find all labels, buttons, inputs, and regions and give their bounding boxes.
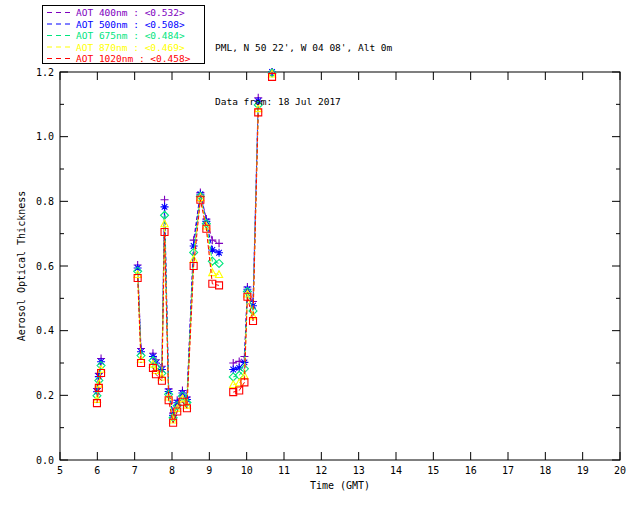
x-tick-label: 8: [169, 465, 175, 476]
line-aot-1020nm: [153, 200, 219, 423]
x-tick-label: 6: [94, 465, 100, 476]
y-tick-label: 1.2: [36, 67, 54, 78]
legend-label-aot-1020nm: AOT 1020nm : <0.458>: [76, 53, 191, 64]
plot-canvas: 5678910111213141516171819200.00.20.40.60…: [0, 0, 640, 512]
x-tick-label: 7: [132, 465, 138, 476]
x-tick-label: 11: [278, 465, 290, 476]
legend-label-aot-870nm: AOT 870nm : <0.469>: [76, 42, 185, 53]
x-tick-label: 18: [539, 465, 551, 476]
legend-label-aot-400nm: AOT 400nm : <0.532>: [76, 7, 185, 18]
station-info: PML, N 50 22', W 04 08', Alt 0m: [215, 39, 392, 57]
y-tick-label: 0.8: [36, 196, 54, 207]
y-tick-label: 0.6: [36, 261, 54, 272]
legend-label-aot-500nm: AOT 500nm : <0.508>: [76, 19, 185, 30]
y-axis-title: Aerosol Optical Thickness: [16, 191, 27, 342]
x-tick-label: 15: [427, 465, 439, 476]
x-tick-label: 14: [390, 465, 402, 476]
x-tick-label: 16: [465, 465, 477, 476]
x-tick-label: 5: [57, 465, 63, 476]
y-tick-label: 0.2: [36, 390, 54, 401]
y-tick-label: 0.4: [36, 325, 54, 336]
data-date: Data from: 18 Jul 2017: [215, 93, 392, 111]
line-aot-1020nm: [233, 112, 258, 392]
plot-header: PML, N 50 22', W 04 08', Alt 0m Data fro…: [215, 3, 392, 147]
y-tick-label: 0.0: [36, 455, 54, 466]
x-tick-label: 12: [315, 465, 327, 476]
x-tick-label: 19: [577, 465, 589, 476]
x-tick-label: 17: [502, 465, 514, 476]
x-tick-label: 9: [206, 465, 212, 476]
x-tick-label: 20: [614, 465, 626, 476]
legend-label-aot-675nm: AOT 675nm : <0.484>: [76, 30, 185, 41]
y-tick-label: 1.0: [36, 131, 54, 142]
x-tick-label: 13: [353, 465, 365, 476]
x-axis-title: Time (GMT): [310, 480, 370, 491]
legend: AOT 400nm : <0.532>AOT 500nm : <0.508>AO…: [43, 6, 205, 65]
x-tick-label: 10: [241, 465, 253, 476]
